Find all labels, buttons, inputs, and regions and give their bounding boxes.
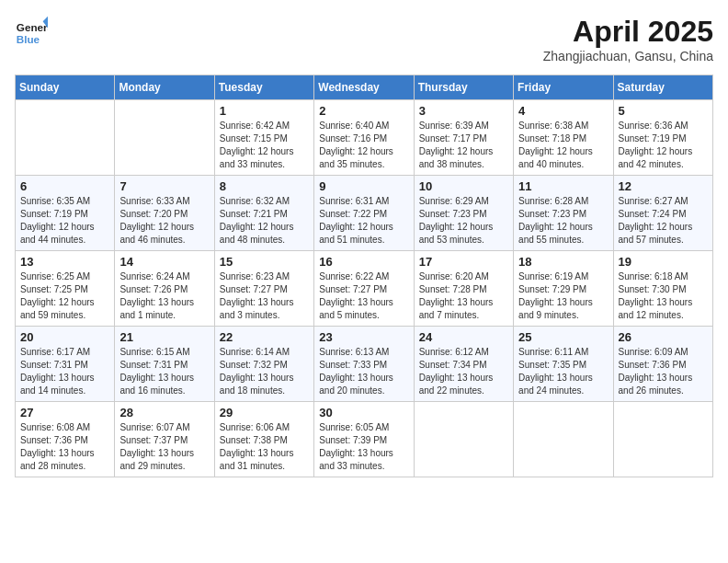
- day-number: 19: [619, 255, 708, 269]
- calendar-cell: 14Sunrise: 6:24 AM Sunset: 7:26 PM Dayli…: [115, 251, 214, 327]
- weekday-header-cell: Wednesday: [314, 75, 414, 100]
- day-info: Sunrise: 6:18 AM Sunset: 7:30 PM Dayligh…: [619, 270, 708, 322]
- calendar-cell: 27Sunrise: 6:08 AM Sunset: 7:36 PM Dayli…: [16, 402, 115, 477]
- day-info: Sunrise: 6:12 AM Sunset: 7:34 PM Dayligh…: [419, 346, 508, 397]
- day-info: Sunrise: 6:17 AM Sunset: 7:31 PM Dayligh…: [20, 346, 109, 397]
- calendar-cell: 4Sunrise: 6:38 AM Sunset: 7:18 PM Daylig…: [514, 100, 613, 176]
- day-number: 28: [119, 406, 209, 419]
- page-header: General Blue April 2025 Zhangjiachuan, G…: [15, 15, 713, 63]
- day-info: Sunrise: 6:15 AM Sunset: 7:31 PM Dayligh…: [119, 346, 209, 397]
- day-info: Sunrise: 6:07 AM Sunset: 7:37 PM Dayligh…: [119, 421, 209, 473]
- day-number: 23: [319, 330, 408, 344]
- calendar-cell: 8Sunrise: 6:32 AM Sunset: 7:21 PM Daylig…: [214, 176, 313, 251]
- calendar-cell: [613, 402, 712, 477]
- weekday-header-cell: Tuesday: [214, 75, 313, 100]
- day-info: Sunrise: 6:20 AM Sunset: 7:28 PM Dayligh…: [419, 270, 508, 322]
- calendar-cell: 28Sunrise: 6:07 AM Sunset: 7:37 PM Dayli…: [115, 402, 214, 477]
- calendar-week-row: 6Sunrise: 6:35 AM Sunset: 7:19 PM Daylig…: [16, 176, 713, 251]
- day-info: Sunrise: 6:33 AM Sunset: 7:20 PM Dayligh…: [119, 195, 209, 247]
- weekday-header-cell: Sunday: [16, 75, 115, 100]
- day-number: 4: [518, 104, 608, 118]
- logo-icon: General Blue: [15, 15, 48, 48]
- day-number: 8: [220, 179, 309, 193]
- calendar-cell: [414, 402, 513, 477]
- day-number: 17: [419, 255, 508, 269]
- day-info: Sunrise: 6:25 AM Sunset: 7:25 PM Dayligh…: [20, 270, 109, 322]
- calendar-cell: 3Sunrise: 6:39 AM Sunset: 7:17 PM Daylig…: [414, 100, 513, 176]
- weekday-header-cell: Thursday: [414, 75, 513, 100]
- calendar-cell: 10Sunrise: 6:29 AM Sunset: 7:23 PM Dayli…: [414, 176, 513, 251]
- day-info: Sunrise: 6:28 AM Sunset: 7:23 PM Dayligh…: [518, 195, 608, 247]
- calendar-cell: 17Sunrise: 6:20 AM Sunset: 7:28 PM Dayli…: [414, 251, 513, 327]
- day-info: Sunrise: 6:09 AM Sunset: 7:36 PM Dayligh…: [619, 346, 708, 397]
- day-number: 18: [518, 255, 608, 269]
- day-number: 1: [220, 104, 309, 118]
- day-number: 15: [220, 255, 309, 269]
- calendar-cell: [514, 402, 613, 477]
- calendar-cell: 5Sunrise: 6:36 AM Sunset: 7:19 PM Daylig…: [613, 100, 712, 176]
- calendar-cell: [16, 100, 115, 176]
- calendar-cell: 18Sunrise: 6:19 AM Sunset: 7:29 PM Dayli…: [514, 251, 613, 327]
- calendar-week-row: 1Sunrise: 6:42 AM Sunset: 7:15 PM Daylig…: [16, 100, 713, 176]
- day-info: Sunrise: 6:11 AM Sunset: 7:35 PM Dayligh…: [518, 346, 608, 397]
- calendar-week-row: 27Sunrise: 6:08 AM Sunset: 7:36 PM Dayli…: [16, 402, 713, 477]
- day-number: 22: [220, 330, 309, 344]
- day-info: Sunrise: 6:19 AM Sunset: 7:29 PM Dayligh…: [518, 270, 608, 322]
- calendar-cell: [115, 100, 214, 176]
- calendar-cell: 16Sunrise: 6:22 AM Sunset: 7:27 PM Dayli…: [314, 251, 414, 327]
- calendar-cell: 26Sunrise: 6:09 AM Sunset: 7:36 PM Dayli…: [613, 327, 712, 402]
- day-number: 9: [319, 179, 408, 193]
- day-info: Sunrise: 6:27 AM Sunset: 7:24 PM Dayligh…: [619, 195, 708, 247]
- calendar-cell: 24Sunrise: 6:12 AM Sunset: 7:34 PM Dayli…: [414, 327, 513, 402]
- day-number: 30: [319, 406, 408, 419]
- day-info: Sunrise: 6:40 AM Sunset: 7:16 PM Dayligh…: [319, 120, 408, 171]
- day-number: 27: [20, 406, 109, 419]
- day-number: 6: [20, 179, 109, 193]
- weekday-header-cell: Friday: [514, 75, 613, 100]
- calendar-cell: 22Sunrise: 6:14 AM Sunset: 7:32 PM Dayli…: [214, 327, 313, 402]
- calendar-body: 1Sunrise: 6:42 AM Sunset: 7:15 PM Daylig…: [16, 100, 713, 477]
- svg-text:Blue: Blue: [17, 33, 40, 45]
- calendar-cell: 21Sunrise: 6:15 AM Sunset: 7:31 PM Dayli…: [115, 327, 214, 402]
- calendar-cell: 23Sunrise: 6:13 AM Sunset: 7:33 PM Dayli…: [314, 327, 414, 402]
- day-info: Sunrise: 6:32 AM Sunset: 7:21 PM Dayligh…: [220, 195, 309, 247]
- day-info: Sunrise: 6:05 AM Sunset: 7:39 PM Dayligh…: [319, 421, 408, 473]
- day-number: 25: [518, 330, 608, 344]
- day-info: Sunrise: 6:31 AM Sunset: 7:22 PM Dayligh…: [319, 195, 408, 247]
- month-title: April 2025: [543, 15, 713, 49]
- day-info: Sunrise: 6:29 AM Sunset: 7:23 PM Dayligh…: [419, 195, 508, 247]
- day-number: 10: [419, 179, 508, 193]
- day-number: 24: [419, 330, 508, 344]
- calendar-cell: 13Sunrise: 6:25 AM Sunset: 7:25 PM Dayli…: [16, 251, 115, 327]
- day-info: Sunrise: 6:22 AM Sunset: 7:27 PM Dayligh…: [319, 270, 408, 322]
- calendar-cell: 30Sunrise: 6:05 AM Sunset: 7:39 PM Dayli…: [314, 402, 414, 477]
- day-number: 29: [220, 406, 309, 419]
- logo: General Blue: [15, 15, 48, 48]
- day-info: Sunrise: 6:14 AM Sunset: 7:32 PM Dayligh…: [220, 346, 309, 397]
- day-info: Sunrise: 6:24 AM Sunset: 7:26 PM Dayligh…: [119, 270, 209, 322]
- calendar-cell: 6Sunrise: 6:35 AM Sunset: 7:19 PM Daylig…: [16, 176, 115, 251]
- calendar-cell: 12Sunrise: 6:27 AM Sunset: 7:24 PM Dayli…: [613, 176, 712, 251]
- title-block: April 2025 Zhangjiachuan, Gansu, China: [543, 15, 713, 63]
- day-number: 7: [119, 179, 209, 193]
- day-info: Sunrise: 6:42 AM Sunset: 7:15 PM Dayligh…: [220, 120, 309, 171]
- day-info: Sunrise: 6:23 AM Sunset: 7:27 PM Dayligh…: [220, 270, 309, 322]
- weekday-header-cell: Saturday: [613, 75, 712, 100]
- calendar-cell: 25Sunrise: 6:11 AM Sunset: 7:35 PM Dayli…: [514, 327, 613, 402]
- calendar-table: SundayMondayTuesdayWednesdayThursdayFrid…: [15, 75, 713, 477]
- day-number: 21: [119, 330, 209, 344]
- day-info: Sunrise: 6:13 AM Sunset: 7:33 PM Dayligh…: [319, 346, 408, 397]
- day-number: 3: [419, 104, 508, 118]
- day-number: 26: [619, 330, 708, 344]
- day-info: Sunrise: 6:06 AM Sunset: 7:38 PM Dayligh…: [220, 421, 309, 473]
- calendar-cell: 20Sunrise: 6:17 AM Sunset: 7:31 PM Dayli…: [16, 327, 115, 402]
- day-number: 11: [518, 179, 608, 193]
- calendar-cell: 1Sunrise: 6:42 AM Sunset: 7:15 PM Daylig…: [214, 100, 313, 176]
- day-info: Sunrise: 6:38 AM Sunset: 7:18 PM Dayligh…: [518, 120, 608, 171]
- calendar-cell: 7Sunrise: 6:33 AM Sunset: 7:20 PM Daylig…: [115, 176, 214, 251]
- weekday-header-row: SundayMondayTuesdayWednesdayThursdayFrid…: [16, 75, 713, 100]
- calendar-cell: 11Sunrise: 6:28 AM Sunset: 7:23 PM Dayli…: [514, 176, 613, 251]
- calendar-week-row: 13Sunrise: 6:25 AM Sunset: 7:25 PM Dayli…: [16, 251, 713, 327]
- calendar-week-row: 20Sunrise: 6:17 AM Sunset: 7:31 PM Dayli…: [16, 327, 713, 402]
- day-number: 13: [20, 255, 109, 269]
